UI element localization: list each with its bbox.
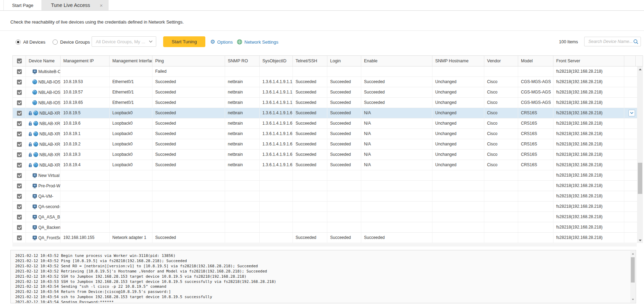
table-row[interactable]: MultisiteB-CHI-WFailedfs28218(192.168.28… [13, 66, 643, 77]
table-row[interactable]: NBLAB-XR-P110.8.19.5Loopback0Succeededne… [13, 108, 643, 118]
search-input[interactable] [588, 39, 633, 44]
column-header-vendor[interactable]: Vendor [484, 56, 518, 66]
row-checkbox[interactable] [17, 152, 22, 157]
device-groups-radio[interactable]: Device Groups [53, 35, 90, 48]
cell-snmp-hostname: Unchanged [432, 160, 484, 170]
row-checkbox[interactable] [17, 80, 22, 84]
network-settings-button[interactable]: Network Settings [237, 35, 278, 48]
radio-unselected-icon[interactable] [53, 39, 58, 45]
options-button[interactable]: ⚙ Options [210, 35, 233, 48]
table-row[interactable]: NBLAB-XR-PE10.8.19.4Loopback0Succeededne… [13, 160, 643, 170]
cell-row-actions [624, 222, 636, 232]
table-row[interactable]: NBLAB-IOS-CE310.8.19.65Ethernet0/1Succee… [13, 98, 643, 108]
server-icon [32, 235, 37, 240]
cell-model: CRS16S [518, 139, 553, 149]
row-checkbox[interactable] [17, 132, 22, 136]
tab-close-icon[interactable]: × [100, 3, 103, 8]
column-header-telnet-ssh[interactable]: Telnet/SSH [293, 56, 327, 66]
cell-login [327, 191, 361, 201]
table-vertical-scrollbar[interactable] [637, 66, 643, 243]
radio-selected-icon[interactable] [16, 39, 21, 45]
log-vertical-scrollbar[interactable] [630, 251, 635, 303]
all-devices-radio[interactable]: All Devices [16, 35, 45, 48]
table-row[interactable]: NBLAB-XR-P210.8.19.6Loopback0Succeededne… [13, 118, 643, 129]
row-checkbox[interactable] [17, 173, 22, 178]
table-row[interactable]: Pre-Prod-Web1fs28218(192.168.28.218) [13, 181, 643, 191]
table-row[interactable]: QA_ASA_Basicfs28218(192.168.28.218) [13, 212, 643, 222]
router-icon [32, 90, 37, 95]
scroll-up-icon[interactable] [630, 251, 635, 257]
table-row[interactable]: New Virtual Machfs28218(192.168.28.218) [13, 170, 643, 181]
cell-login [327, 66, 361, 77]
start-tuning-button[interactable]: Start Tuning [163, 36, 205, 47]
tab-bar: Start Page Tune Live Access × [0, 0, 644, 11]
scroll-up-icon[interactable] [637, 66, 643, 72]
row-checkbox[interactable] [17, 142, 22, 147]
cell-ping: Succeeded [152, 150, 225, 160]
cell-row-actions [624, 170, 636, 180]
table-row[interactable]: NBLAB-XR-PE10.8.19.2Loopback0Succeededne… [13, 139, 643, 150]
row-checkbox[interactable] [17, 204, 22, 209]
cell-sys-object-id: 1.3.6.1.4.1.9.1.613 [260, 150, 293, 160]
row-checkbox[interactable] [17, 111, 22, 116]
tab-start-page[interactable]: Start Page [3, 0, 41, 10]
cell-row-actions [624, 118, 636, 128]
cell-model [518, 66, 553, 77]
cell-management-interface: Loopback0 [110, 160, 152, 170]
row-checkbox[interactable] [17, 225, 22, 230]
row-checkbox[interactable] [17, 235, 22, 240]
row-checkbox[interactable] [17, 215, 22, 220]
select-all-header[interactable] [13, 56, 26, 66]
scroll-down-icon[interactable] [630, 297, 635, 302]
table-horizontal-scrollbar[interactable] [12, 243, 637, 247]
table-row[interactable]: NBLAB-IOS-CE110.8.19.53Ethernet0/1Succee… [13, 77, 643, 87]
column-header-front-server[interactable]: Front Server [553, 56, 624, 66]
row-checkbox[interactable] [17, 184, 22, 188]
table-row[interactable]: QA-VM-fs28218(192.168.28.218) [13, 191, 643, 202]
cell-sys-object-id [260, 191, 293, 201]
column-header-device-name[interactable]: Device Name [26, 56, 60, 66]
table-row[interactable]: NBLAB-XR-PE10.8.19.3Loopback0Succeededne… [13, 150, 643, 160]
lock-icon [28, 132, 32, 136]
search-box[interactable] [584, 37, 641, 46]
table-row[interactable]: QA_FrontServer_192.168.180.155Network ad… [13, 233, 643, 243]
column-header-enable[interactable]: Enable [361, 56, 432, 66]
table-row[interactable]: QA-second-VMfs28218(192.168.28.218) [13, 202, 643, 212]
device-name-text: NBLAB-XR-PE [39, 150, 60, 160]
column-header-ping[interactable]: Ping [152, 56, 225, 66]
row-checkbox[interactable] [17, 121, 22, 126]
row-checkbox[interactable] [17, 69, 22, 74]
row-checkbox[interactable] [17, 90, 22, 95]
cell-management-ip [60, 181, 110, 191]
column-header-snmp-ro[interactable]: SNMP RO [225, 56, 260, 66]
search-icon[interactable] [633, 39, 638, 44]
scrollbar-thumb[interactable] [631, 257, 635, 283]
column-header-snmp-hostname[interactable]: SNMP Hostname [432, 56, 484, 66]
column-header-sysobjectid[interactable]: SysObjectID [260, 56, 293, 66]
device-groups-select[interactable]: All Device Groups, My ... [92, 36, 156, 47]
row-checkbox[interactable] [17, 100, 22, 105]
cell-model [518, 222, 553, 232]
cell-model [518, 212, 553, 222]
cell-enable: N/A [361, 150, 432, 160]
row-actions-dropdown-button[interactable] [628, 110, 635, 116]
scrollbar-thumb[interactable] [638, 163, 642, 194]
cell-sys-object-id: 1.3.6.1.4.1.9.1.1 [260, 77, 293, 87]
column-header-management-interface[interactable]: Management Interface ... [110, 56, 152, 66]
row-checkbox[interactable] [17, 194, 22, 199]
column-header-management-ip[interactable]: Management IP [60, 56, 110, 66]
device-name-text: NBLAB-IOS-CE1 [38, 77, 60, 87]
scroll-down-icon[interactable] [637, 238, 643, 243]
table-row[interactable]: QA_Backend_srvfs28218(192.168.28.218) [13, 222, 643, 233]
tab-tune-live-access[interactable]: Tune Live Access × [41, 0, 109, 10]
column-header-login[interactable]: Login [327, 56, 361, 66]
table-row[interactable]: NBLAB-IOS-CE210.8.19.57Ethernet0/1Succee… [13, 87, 643, 98]
select-all-checkbox[interactable] [17, 59, 22, 63]
row-checkbox[interactable] [17, 163, 22, 168]
table-row[interactable]: NBLAB-XR-PE10.8.19.1Loopback0Succeededne… [13, 129, 643, 139]
cell-front-server: fs28218(192.168.28.218) [553, 66, 624, 77]
cell-telnet-ssh: Succeeded [293, 118, 327, 128]
column-header-model[interactable]: Model [518, 56, 553, 66]
cell-snmp-hostname: Unchanged [432, 98, 484, 108]
device-name-text: NBLAB-IOS-CE3 [38, 98, 60, 108]
